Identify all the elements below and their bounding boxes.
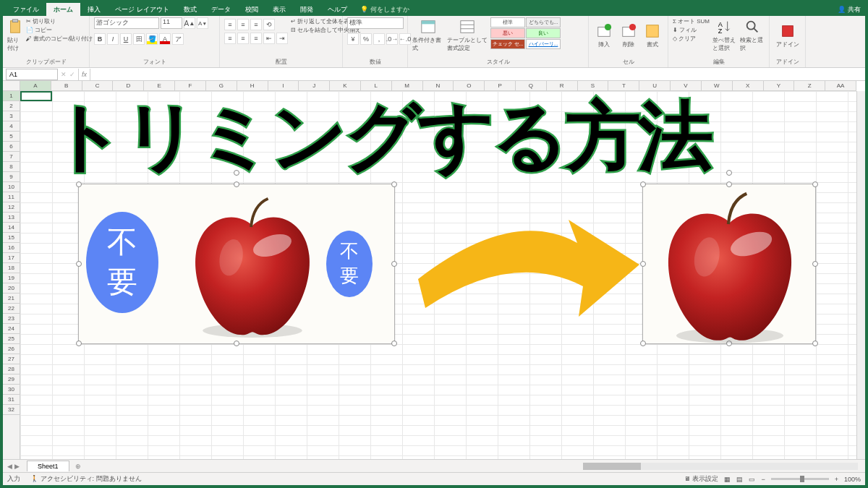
vertical-scrollbar[interactable] (856, 91, 865, 459)
row-header[interactable]: 18 (3, 263, 20, 273)
row-header[interactable]: 28 (3, 364, 20, 374)
format-cells-button[interactable]: 書式 (642, 17, 663, 53)
style-chip[interactable]: チェック セ... (490, 39, 525, 49)
fill-color-button[interactable]: 🪣 (146, 33, 158, 45)
column-header[interactable]: Y (764, 81, 795, 90)
row-header[interactable]: 32 (3, 405, 20, 415)
column-header[interactable]: E (144, 81, 175, 90)
row-header[interactable]: 16 (3, 243, 20, 253)
row-header[interactable]: 22 (3, 304, 20, 314)
column-header[interactable]: P (485, 81, 516, 90)
font-size-select[interactable]: 11 (161, 17, 182, 29)
row-header[interactable]: 17 (3, 253, 20, 263)
column-header[interactable]: B (51, 81, 82, 90)
view-normal-button[interactable]: ▦ (724, 476, 731, 483)
row-header[interactable]: 8 (3, 162, 20, 172)
row-headers[interactable]: 1234567891011121314151617181920212223242… (3, 91, 20, 459)
align-top-button[interactable]: ≡ (224, 19, 236, 30)
border-button[interactable]: 田 (133, 33, 145, 45)
column-header[interactable]: W (702, 81, 733, 90)
sheet-tab[interactable]: Sheet1 (27, 461, 69, 471)
row-header[interactable]: 27 (3, 354, 20, 364)
delete-cells-button[interactable]: 削除 (618, 17, 639, 53)
increase-decimal-button[interactable]: .0→ (386, 33, 398, 45)
copy-button[interactable]: 📄コピー (26, 26, 93, 34)
clear-button[interactable]: ◇クリア (673, 35, 710, 43)
column-header[interactable]: A (20, 81, 51, 90)
row-header[interactable]: 3 (3, 111, 20, 121)
row-header[interactable]: 14 (3, 223, 20, 233)
row-header[interactable]: 5 (3, 132, 20, 142)
insert-cells-button[interactable]: 挿入 (593, 17, 615, 53)
column-header[interactable]: K (330, 81, 361, 90)
select-all-corner[interactable] (3, 81, 20, 91)
horizontal-scrollbar[interactable] (583, 463, 858, 470)
underline-button[interactable]: U (120, 33, 132, 45)
column-header[interactable]: J (299, 81, 330, 90)
row-header[interactable]: 30 (3, 385, 20, 395)
column-header[interactable]: L (361, 81, 392, 90)
sort-filter-button[interactable]: AZ 並べ替えと選択 (712, 17, 737, 53)
font-name-select[interactable]: 游ゴシック (94, 17, 159, 29)
column-header[interactable]: U (639, 81, 671, 90)
bold-button[interactable]: B (94, 33, 106, 45)
column-headers[interactable]: ABCDEFGHIJKLMNOPQRSTUVWXYZAA (20, 81, 856, 91)
currency-button[interactable]: ¥ (347, 33, 359, 45)
addins-button[interactable]: アドイン (774, 17, 801, 53)
add-sheet-button[interactable]: ⊕ (69, 463, 87, 470)
fill-button[interactable]: ⬇フィル (673, 26, 710, 34)
row-header[interactable]: 7 (3, 152, 20, 162)
zoom-slider[interactable] (771, 478, 829, 480)
tab-insert[interactable]: 挿入 (80, 3, 108, 17)
enter-formula-icon[interactable]: ✓ (69, 71, 75, 78)
column-header[interactable]: I (268, 81, 299, 90)
column-header[interactable]: S (578, 81, 609, 90)
increase-font-button[interactable]: A▲ (184, 17, 195, 29)
column-header[interactable]: M (392, 81, 423, 90)
column-header[interactable]: O (454, 81, 485, 90)
row-header[interactable]: 31 (3, 395, 20, 405)
display-settings-button[interactable]: 🖥 表示設定 (684, 474, 719, 484)
style-chip[interactable]: どちらでも... (526, 17, 561, 27)
zoom-in-button[interactable]: + (835, 476, 838, 483)
row-header[interactable]: 19 (3, 273, 20, 283)
row-header[interactable]: 24 (3, 324, 20, 334)
column-header[interactable]: V (671, 81, 702, 90)
column-header[interactable]: D (113, 81, 144, 90)
format-as-table-button[interactable]: テーブルとして書式設定 (447, 17, 488, 53)
align-bottom-button[interactable]: ≡ (250, 19, 262, 30)
column-header[interactable]: Q (516, 81, 547, 90)
tab-help[interactable]: ヘルプ (320, 3, 354, 17)
comma-button[interactable]: , (373, 33, 385, 45)
decrease-font-button[interactable]: A▼ (197, 17, 208, 29)
row-header[interactable]: 29 (3, 374, 20, 385)
align-left-button[interactable]: ≡ (224, 33, 236, 44)
cells-area[interactable] (20, 91, 856, 459)
column-header[interactable]: G (206, 81, 237, 90)
italic-button[interactable]: I (107, 33, 119, 45)
cancel-formula-icon[interactable]: ✕ (61, 71, 67, 78)
column-header[interactable]: N (423, 81, 454, 90)
find-select-button[interactable]: 検索と選択 (740, 17, 765, 53)
tab-review[interactable]: 校閲 (238, 3, 265, 17)
row-header[interactable]: 12 (3, 202, 20, 213)
tab-view[interactable]: 表示 (265, 3, 293, 17)
view-page-break-button[interactable]: ▭ (749, 476, 755, 483)
style-chip[interactable]: 良い (526, 28, 561, 38)
tab-formulas[interactable]: 数式 (176, 3, 204, 17)
autosum-button[interactable]: Σオート SUM (673, 17, 710, 25)
column-header[interactable]: C (82, 81, 114, 90)
align-center-button[interactable]: ≡ (237, 33, 249, 44)
share-button[interactable]: 👤 共有 (833, 5, 865, 14)
align-middle-button[interactable]: ≡ (237, 19, 249, 30)
cut-button[interactable]: ✂切り取り (26, 17, 93, 25)
row-header[interactable]: 15 (3, 233, 20, 243)
tab-file[interactable]: ファイル (6, 3, 46, 17)
row-header[interactable]: 10 (3, 182, 20, 192)
style-chip[interactable]: 標準 (490, 17, 525, 27)
formula-input[interactable] (93, 69, 865, 80)
view-page-layout-button[interactable]: ▤ (736, 476, 743, 483)
tab-developer[interactable]: 開発 (293, 3, 320, 17)
row-header[interactable]: 9 (3, 172, 20, 182)
style-chip[interactable]: ハイパーリ... (526, 39, 561, 49)
